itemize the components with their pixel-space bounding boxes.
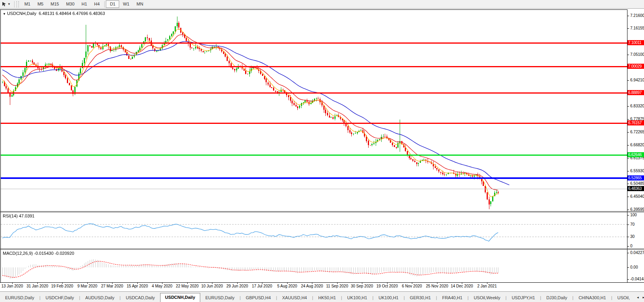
date-label[interactable]: 19 Oct 2020 — [376, 284, 398, 288]
date-label[interactable]: 31 Jan 2020 — [26, 284, 48, 288]
price-tick-label: 6.72265 — [630, 130, 644, 134]
rsi-tick-label-tick — [627, 237, 629, 237]
level-price-label[interactable]: 7.00029 — [627, 64, 644, 69]
rsi-tick-label-tick — [627, 215, 629, 215]
toolbar-grip[interactable] — [17, 1, 19, 7]
price-tick-label-tick — [627, 28, 629, 29]
rsi-panel-canvas[interactable] — [1, 212, 627, 248]
chart-tab-usoil-weekly[interactable]: USOil,Weekly — [469, 293, 506, 302]
chart-tab-xauusd-h4[interactable]: XAUUSD,H4 — [277, 293, 312, 302]
timeframe-button-w1[interactable]: W1 — [119, 0, 133, 8]
rsi-panel-divider[interactable] — [0, 211, 644, 212]
price-tick-label-tick — [627, 80, 629, 81]
chart-tab-gbpusd-h4[interactable]: GBPUSD,H4 — [241, 293, 276, 302]
macd-tick-label-tick — [627, 279, 629, 280]
toolbar-separator — [104, 1, 105, 7]
collapse-triangle-icon[interactable]: ▼ — [3, 12, 6, 16]
chart-tab-usdchf-daily[interactable]: USDCHF,Daily — [41, 293, 79, 302]
date-label[interactable]: 13 Jan 2020 — [1, 284, 23, 288]
chart-tab-fra40-h1[interactable]: FRA40,H1 — [437, 293, 467, 302]
chart-tab-uk100-h1[interactable]: UK100,H1 — [373, 293, 404, 302]
tab-scroll-left-icon[interactable]: ◂ — [635, 295, 641, 299]
price-tick-label-tick — [627, 158, 629, 158]
date-label[interactable]: 25 Nov 2020 — [426, 284, 448, 288]
chart-tab-uk100-h1[interactable]: UK100,H1 — [342, 293, 373, 302]
chart-tab-usdcad-daily[interactable]: USDCAD,Daily — [121, 293, 160, 302]
date-label[interactable]: 22 May 2020 — [176, 284, 199, 288]
level-price-label[interactable]: 6.88897 — [627, 90, 644, 95]
macd-panel-canvas[interactable] — [1, 250, 627, 282]
price-tick-label-tick — [627, 132, 629, 133]
date-label[interactable]: 2 Jan 2021 — [477, 284, 497, 288]
level-price-label[interactable]: 7.10011 — [627, 40, 644, 45]
chart-tab-usdcnh-daily[interactable]: USDCNH,Daily — [160, 293, 200, 302]
price-tick-label-tick — [627, 145, 629, 145]
date-label[interactable]: 19 Feb 2020 — [51, 284, 73, 288]
macd-tick-label: 0.00 — [630, 265, 638, 269]
date-label[interactable]: 14 Dec 2020 — [451, 284, 473, 288]
date-label[interactable]: 6 Nov 2020 — [402, 284, 422, 288]
rsi-tick-label: 70 — [630, 222, 635, 226]
level-price-label[interactable]: 6.76157 — [627, 120, 644, 125]
price-tick-label: 6.94210 — [630, 78, 644, 82]
price-tick-label-tick — [627, 210, 629, 210]
date-label[interactable]: 30 Sep 2020 — [351, 284, 373, 288]
cursor-tool-icon[interactable] — [2, 2, 7, 7]
date-label[interactable]: 11 Sep 2020 — [326, 284, 348, 288]
macd-tick-label-tick — [627, 267, 629, 268]
price-tick-label-tick — [627, 55, 629, 55]
date-label[interactable]: 24 Aug 2020 — [301, 284, 323, 288]
timeframe-button-m1[interactable]: M1 — [21, 0, 34, 8]
chart-tab-eurusd-daily[interactable]: EURUSD,Daily — [0, 293, 39, 302]
rsi-tick-label-tick — [627, 225, 629, 225]
rsi-tick-label: 0 — [630, 244, 633, 248]
timeframe-button-d1[interactable]: D1 — [106, 0, 119, 8]
chart-tab-usoil-[interactable]: USOil, — [612, 293, 635, 302]
date-label[interactable]: 17 Jul 2020 — [252, 284, 272, 288]
price-tick-label-tick — [627, 197, 629, 197]
main-chart-canvas[interactable] — [1, 10, 627, 211]
chart-tab-bar: EURUSD,Daily|USDCHF,Daily|AUDUSD,Daily|U… — [0, 291, 644, 302]
chart-symbol-label: USDCNH,Daily — [7, 11, 37, 16]
timeframe-button-mn[interactable]: MN — [133, 0, 147, 8]
tab-scroll-right-icon[interactable]: ▸ — [641, 295, 644, 299]
chart-tab-dj30-daily[interactable]: DJ30,Daily — [541, 293, 572, 302]
current-price-label: 6.48363 — [627, 186, 644, 191]
timeframe-button-h4[interactable]: H4 — [90, 0, 103, 8]
timeframe-button-m15[interactable]: M15 — [47, 0, 62, 8]
dropdown-caret-icon[interactable]: ▼ — [7, 2, 11, 6]
macd-values: -0.015430 -0.020920 — [34, 251, 74, 256]
price-tick-label-tick — [627, 119, 629, 120]
chart-tab-usdjpy-h1[interactable]: USDJPY,H1 — [507, 293, 540, 302]
timeframe-button-m5[interactable]: M5 — [34, 0, 47, 8]
level-price-label[interactable]: 6.62646 — [627, 152, 644, 157]
date-label[interactable]: 4 May 2020 — [152, 284, 172, 288]
macd-tick-label: -0.04148 — [630, 277, 644, 281]
chart-tab-hk50-h1[interactable]: HK50,H1 — [313, 293, 341, 302]
chart-bottom-border — [0, 282, 644, 283]
timeframe-button-m30[interactable]: M30 — [63, 0, 78, 8]
macd-tick-label-tick — [627, 253, 629, 253]
price-tick-label: 6.83320 — [630, 104, 644, 108]
price-tick-label-tick — [627, 184, 629, 184]
price-tick-label: 7.21600 — [630, 13, 644, 18]
macd-panel-divider[interactable] — [0, 249, 644, 249]
chart-tab-audusd-daily[interactable]: AUDUSD,Daily — [80, 293, 120, 302]
price-tick-label: 6.50485 — [630, 181, 644, 186]
trading-platform-window: ▼ M1M5M15M30H1H4D1W1MN ▼USDCNH,Daily 6.4… — [0, 0, 644, 302]
date-label[interactable]: 9 Mar 2020 — [78, 284, 98, 288]
macd-tick-label: 0.042275 — [630, 250, 644, 255]
date-label[interactable]: 5 Aug 2020 — [277, 284, 297, 288]
rsi-tick-label: 100 — [630, 213, 637, 217]
timeframe-button-h1[interactable]: H1 — [78, 0, 90, 8]
macd-indicator-label: MACD(12,26,9) -0.015430 -0.020920 — [3, 251, 74, 256]
level-price-label[interactable]: 6.52865 — [627, 175, 644, 180]
date-label[interactable]: 10 Jun 2020 — [201, 284, 223, 288]
chart-tab-ger30-h1[interactable]: GER30,H1 — [405, 293, 436, 302]
date-label[interactable]: 15 Apr 2020 — [127, 284, 148, 288]
chart-tab-eurusd-daily[interactable]: EURUSD,Daily — [200, 293, 240, 302]
date-label[interactable]: 29 Jun 2020 — [226, 284, 248, 288]
date-label[interactable]: 27 Mar 2020 — [101, 284, 123, 288]
price-tick-label: 6.39595 — [630, 207, 644, 212]
chart-tab-china300-h1[interactable]: CHINA300,H1 — [574, 293, 611, 302]
